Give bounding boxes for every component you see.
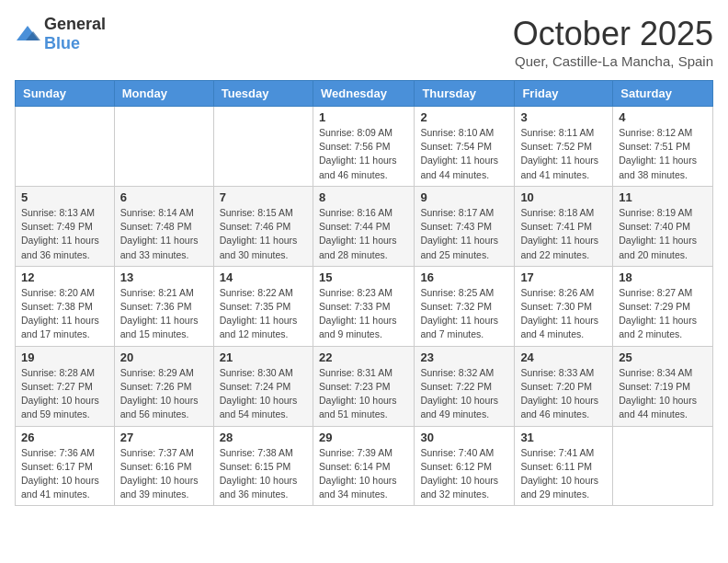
day-info: Sunrise: 8:14 AM Sunset: 7:48 PM Dayligh… <box>120 206 208 262</box>
day-number: 1 <box>319 110 408 124</box>
day-number: 5 <box>21 190 108 204</box>
day-number: 12 <box>21 270 108 284</box>
weekday-header-saturday: Saturday <box>613 81 713 107</box>
day-info: Sunrise: 8:09 AM Sunset: 7:56 PM Dayligh… <box>319 126 408 182</box>
day-number: 19 <box>21 350 108 364</box>
calendar-cell: 13Sunrise: 8:21 AM Sunset: 7:36 PM Dayli… <box>114 266 213 346</box>
calendar-cell: 18Sunrise: 8:27 AM Sunset: 7:29 PM Dayli… <box>613 266 713 346</box>
day-number: 3 <box>520 110 607 124</box>
calendar-cell: 8Sunrise: 8:16 AM Sunset: 7:44 PM Daylig… <box>313 186 414 266</box>
day-number: 26 <box>21 431 108 444</box>
calendar-cell: 12Sunrise: 8:20 AM Sunset: 7:38 PM Dayli… <box>16 266 115 346</box>
day-number: 28 <box>220 431 307 444</box>
calendar-cell <box>16 107 115 187</box>
weekday-header-sunday: Sunday <box>16 81 115 107</box>
calendar-cell: 7Sunrise: 8:15 AM Sunset: 7:46 PM Daylig… <box>213 186 313 266</box>
day-info: Sunrise: 8:29 AM Sunset: 7:26 PM Dayligh… <box>120 366 208 422</box>
calendar-cell: 27Sunrise: 7:37 AM Sunset: 6:16 PM Dayli… <box>114 426 213 506</box>
calendar-cell: 31Sunrise: 7:41 AM Sunset: 6:11 PM Dayli… <box>515 426 613 506</box>
logo-text: General Blue <box>44 15 106 53</box>
logo: General Blue <box>15 15 106 53</box>
month-title: October 2025 <box>513 15 713 53</box>
day-info: Sunrise: 8:18 AM Sunset: 7:41 PM Dayligh… <box>520 206 607 262</box>
day-number: 20 <box>120 350 208 364</box>
calendar-cell: 11Sunrise: 8:19 AM Sunset: 7:40 PM Dayli… <box>613 186 713 266</box>
week-row-4: 19Sunrise: 8:28 AM Sunset: 7:27 PM Dayli… <box>16 346 713 426</box>
calendar-cell: 20Sunrise: 8:29 AM Sunset: 7:26 PM Dayli… <box>114 346 213 426</box>
day-info: Sunrise: 7:41 AM Sunset: 6:11 PM Dayligh… <box>520 446 607 502</box>
day-info: Sunrise: 8:10 AM Sunset: 7:54 PM Dayligh… <box>420 126 508 182</box>
day-info: Sunrise: 8:28 AM Sunset: 7:27 PM Dayligh… <box>21 366 108 422</box>
logo-blue: Blue <box>44 34 80 52</box>
day-info: Sunrise: 7:39 AM Sunset: 6:14 PM Dayligh… <box>319 446 408 502</box>
location-title: Quer, Castille-La Mancha, Spain <box>513 53 713 69</box>
day-number: 29 <box>319 431 408 444</box>
calendar-cell: 4Sunrise: 8:12 AM Sunset: 7:51 PM Daylig… <box>613 107 713 187</box>
weekday-header-wednesday: Wednesday <box>313 81 414 107</box>
calendar-cell: 22Sunrise: 8:31 AM Sunset: 7:23 PM Dayli… <box>313 346 414 426</box>
day-info: Sunrise: 7:38 AM Sunset: 6:15 PM Dayligh… <box>220 446 307 502</box>
calendar-cell <box>114 107 213 187</box>
calendar-cell: 17Sunrise: 8:26 AM Sunset: 7:30 PM Dayli… <box>515 266 613 346</box>
logo-icon <box>15 24 40 44</box>
day-info: Sunrise: 8:27 AM Sunset: 7:29 PM Dayligh… <box>619 286 707 342</box>
day-info: Sunrise: 8:30 AM Sunset: 7:24 PM Dayligh… <box>220 366 307 422</box>
week-row-5: 26Sunrise: 7:36 AM Sunset: 6:17 PM Dayli… <box>16 426 713 506</box>
day-info: Sunrise: 7:36 AM Sunset: 6:17 PM Dayligh… <box>21 446 108 502</box>
day-info: Sunrise: 7:40 AM Sunset: 6:12 PM Dayligh… <box>420 446 508 502</box>
day-info: Sunrise: 8:11 AM Sunset: 7:52 PM Dayligh… <box>520 126 607 182</box>
calendar-cell: 29Sunrise: 7:39 AM Sunset: 6:14 PM Dayli… <box>313 426 414 506</box>
day-number: 9 <box>420 190 508 204</box>
day-info: Sunrise: 8:16 AM Sunset: 7:44 PM Dayligh… <box>319 206 408 262</box>
day-info: Sunrise: 7:37 AM Sunset: 6:16 PM Dayligh… <box>120 446 208 502</box>
weekday-header-tuesday: Tuesday <box>213 81 313 107</box>
day-number: 16 <box>420 270 508 284</box>
calendar-cell: 30Sunrise: 7:40 AM Sunset: 6:12 PM Dayli… <box>415 426 515 506</box>
day-info: Sunrise: 8:34 AM Sunset: 7:19 PM Dayligh… <box>619 366 707 422</box>
day-number: 31 <box>520 431 607 444</box>
calendar-cell: 19Sunrise: 8:28 AM Sunset: 7:27 PM Dayli… <box>16 346 115 426</box>
calendar-cell: 1Sunrise: 8:09 AM Sunset: 7:56 PM Daylig… <box>313 107 414 187</box>
weekday-header-friday: Friday <box>515 81 613 107</box>
day-number: 21 <box>220 350 307 364</box>
day-info: Sunrise: 8:17 AM Sunset: 7:43 PM Dayligh… <box>420 206 508 262</box>
day-number: 10 <box>520 190 607 204</box>
day-number: 11 <box>619 190 707 204</box>
day-number: 8 <box>319 190 408 204</box>
calendar-cell: 15Sunrise: 8:23 AM Sunset: 7:33 PM Dayli… <box>313 266 414 346</box>
calendar-cell: 3Sunrise: 8:11 AM Sunset: 7:52 PM Daylig… <box>515 107 613 187</box>
day-info: Sunrise: 8:22 AM Sunset: 7:35 PM Dayligh… <box>220 286 307 342</box>
week-row-3: 12Sunrise: 8:20 AM Sunset: 7:38 PM Dayli… <box>16 266 713 346</box>
day-info: Sunrise: 8:20 AM Sunset: 7:38 PM Dayligh… <box>21 286 108 342</box>
day-number: 2 <box>420 110 508 124</box>
day-number: 6 <box>120 190 208 204</box>
calendar-cell <box>213 107 313 187</box>
day-number: 30 <box>420 431 508 444</box>
day-number: 27 <box>120 431 208 444</box>
day-info: Sunrise: 8:15 AM Sunset: 7:46 PM Dayligh… <box>220 206 307 262</box>
weekday-header-monday: Monday <box>114 81 213 107</box>
calendar-cell: 10Sunrise: 8:18 AM Sunset: 7:41 PM Dayli… <box>515 186 613 266</box>
calendar-table: SundayMondayTuesdayWednesdayThursdayFrid… <box>15 80 713 506</box>
calendar-cell: 23Sunrise: 8:32 AM Sunset: 7:22 PM Dayli… <box>415 346 515 426</box>
day-info: Sunrise: 8:23 AM Sunset: 7:33 PM Dayligh… <box>319 286 408 342</box>
day-number: 22 <box>319 350 408 364</box>
day-number: 15 <box>319 270 408 284</box>
day-number: 13 <box>120 270 208 284</box>
day-number: 23 <box>420 350 508 364</box>
calendar-cell: 9Sunrise: 8:17 AM Sunset: 7:43 PM Daylig… <box>415 186 515 266</box>
calendar-cell: 6Sunrise: 8:14 AM Sunset: 7:48 PM Daylig… <box>114 186 213 266</box>
weekday-header-thursday: Thursday <box>415 81 515 107</box>
calendar-cell: 16Sunrise: 8:25 AM Sunset: 7:32 PM Dayli… <box>415 266 515 346</box>
calendar-cell: 14Sunrise: 8:22 AM Sunset: 7:35 PM Dayli… <box>213 266 313 346</box>
day-info: Sunrise: 8:25 AM Sunset: 7:32 PM Dayligh… <box>420 286 508 342</box>
day-number: 17 <box>520 270 607 284</box>
calendar-cell: 2Sunrise: 8:10 AM Sunset: 7:54 PM Daylig… <box>415 107 515 187</box>
week-row-2: 5Sunrise: 8:13 AM Sunset: 7:49 PM Daylig… <box>16 186 713 266</box>
calendar-cell: 25Sunrise: 8:34 AM Sunset: 7:19 PM Dayli… <box>613 346 713 426</box>
day-info: Sunrise: 8:19 AM Sunset: 7:40 PM Dayligh… <box>619 206 707 262</box>
week-row-1: 1Sunrise: 8:09 AM Sunset: 7:56 PM Daylig… <box>16 107 713 187</box>
day-number: 24 <box>520 350 607 364</box>
day-info: Sunrise: 8:13 AM Sunset: 7:49 PM Dayligh… <box>21 206 108 262</box>
weekday-header-row: SundayMondayTuesdayWednesdayThursdayFrid… <box>16 81 713 107</box>
